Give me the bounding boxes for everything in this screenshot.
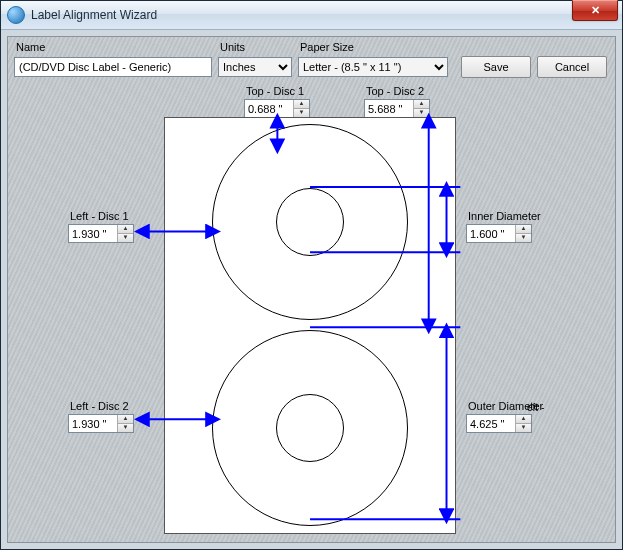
inner-diameter-field[interactable]: [467, 225, 515, 242]
papersize-select[interactable]: Letter - (8.5 " x 11 "): [298, 57, 448, 77]
left-disc1-input[interactable]: ▲▼: [68, 224, 134, 243]
spinner-buttons[interactable]: ▲▼: [293, 100, 309, 117]
top-disc2-label: Top - Disc 2: [366, 85, 424, 97]
spinner-buttons[interactable]: ▲▼: [117, 415, 133, 432]
settings-row: Name Units Inches Paper Size Letter - (8…: [14, 41, 609, 81]
window-title: Label Alignment Wizard: [31, 8, 572, 22]
save-button[interactable]: Save: [461, 56, 531, 78]
name-label: Name: [16, 41, 45, 53]
left-disc1-field[interactable]: [69, 225, 117, 242]
close-button[interactable]: ✕: [572, 0, 618, 21]
top-disc2-input[interactable]: ▲▼: [364, 99, 430, 118]
window-frame: Label Alignment Wizard ✕ Name Units Inch…: [0, 0, 623, 550]
titlebar[interactable]: Label Alignment Wizard ✕: [1, 1, 622, 30]
top-disc1-input[interactable]: ▲▼: [244, 99, 310, 118]
spinner-buttons[interactable]: ▲▼: [413, 100, 429, 117]
units-select[interactable]: Inches: [218, 57, 292, 77]
disc2-inner: [276, 394, 344, 462]
spinner-buttons[interactable]: ▲▼: [515, 415, 531, 432]
close-icon: ✕: [591, 4, 600, 17]
papersize-label: Paper Size: [300, 41, 354, 53]
name-input[interactable]: [14, 57, 212, 77]
units-label: Units: [220, 41, 245, 53]
spinner-buttons[interactable]: ▲▼: [117, 225, 133, 242]
top-disc1-field[interactable]: [245, 100, 293, 117]
left-disc2-field[interactable]: [69, 415, 117, 432]
disc1-inner: [276, 188, 344, 256]
top-disc2-field[interactable]: [365, 100, 413, 117]
outer-diameter-field[interactable]: [467, 415, 515, 432]
client-area: Name Units Inches Paper Size Letter - (8…: [7, 36, 616, 543]
spinner-buttons[interactable]: ▲▼: [515, 225, 531, 242]
cancel-button[interactable]: Cancel: [537, 56, 607, 78]
work-area: Top - Disc 1 ▲▼ Top - Disc 2 ▲▼ Left - D…: [8, 87, 615, 542]
inner-diameter-label: Inner Diameter: [468, 210, 541, 222]
paper-preview: [164, 117, 456, 534]
outer-diameter-tail: eft -: [527, 402, 544, 413]
top-disc1-label: Top - Disc 1: [246, 85, 304, 97]
app-icon: [7, 6, 25, 24]
left-disc2-label: Left - Disc 2: [70, 400, 129, 412]
left-disc2-input[interactable]: ▲▼: [68, 414, 134, 433]
left-disc1-label: Left - Disc 1: [70, 210, 129, 222]
outer-diameter-input[interactable]: ▲▼: [466, 414, 532, 433]
inner-diameter-input[interactable]: ▲▼: [466, 224, 532, 243]
